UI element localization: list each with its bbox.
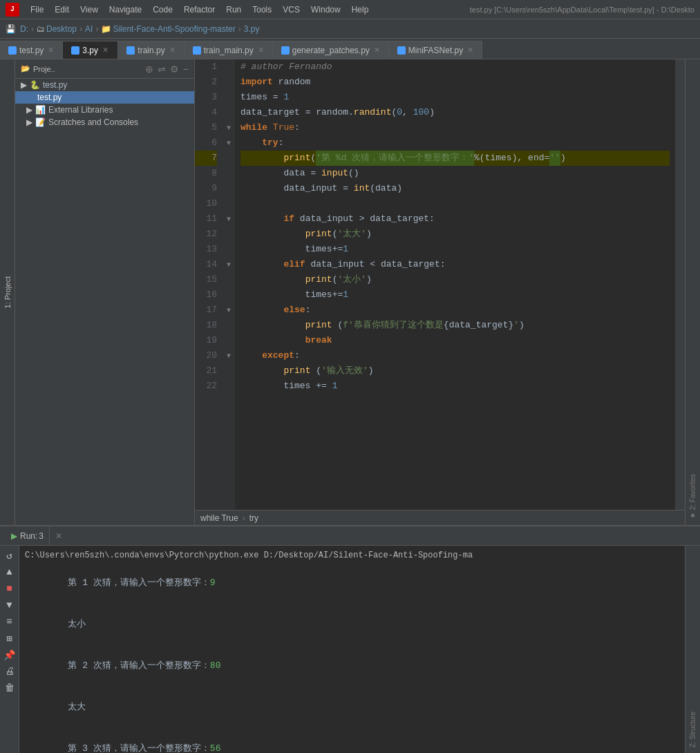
close-tab-minifas[interactable]: ✕ bbox=[467, 46, 473, 55]
menu-vcs[interactable]: VCS bbox=[277, 3, 305, 16]
sidebar-external-libs[interactable]: ▶ 📊 External Libraries bbox=[15, 104, 194, 116]
print-button[interactable]: 🖨 bbox=[3, 665, 17, 678]
menu-edit[interactable]: Edit bbox=[49, 3, 75, 16]
code-line-19: break bbox=[240, 333, 670, 348]
stop-button[interactable]: ■ bbox=[3, 582, 17, 595]
sidebar-test-py: test.py bbox=[43, 80, 67, 90]
lib-arrow-icon: ▶ bbox=[26, 105, 32, 115]
tab-test-py[interactable]: test.py ✕ bbox=[0, 41, 63, 59]
fold-markers: ▼ ▼ ▼ ▼ ▼ ▼ bbox=[223, 59, 235, 510]
sidebar-file-label: test.py bbox=[37, 93, 62, 102]
sidebar-expand-arrow[interactable]: ▶ 🐍 test.py bbox=[15, 79, 194, 91]
breadcrumb-bar: 💾 D: › 🗂 Desktop › AI › 📁 Silent-Face-An… bbox=[0, 19, 700, 39]
fold-else[interactable]: ▼ bbox=[227, 307, 231, 314]
tab-label-train: train.py bbox=[138, 46, 164, 55]
run-number: 3 bbox=[39, 531, 44, 541]
layout-icon[interactable]: ⇌ bbox=[158, 64, 166, 75]
fold-if[interactable]: ▼ bbox=[227, 216, 231, 223]
sidebar: 📂 Proje.. ⊕ ⇌ ⚙ − ▶ 🐍 test.py test.py ▶ … bbox=[15, 59, 195, 525]
breadcrumb-ai[interactable]: AI bbox=[85, 24, 93, 34]
close-tab-train-main[interactable]: ✕ bbox=[258, 46, 264, 55]
external-libs-label: External Libraries bbox=[48, 105, 113, 115]
breadcrumb-d[interactable]: D: bbox=[20, 24, 28, 34]
code-line-20: except: bbox=[240, 348, 670, 363]
close-tab-train[interactable]: ✕ bbox=[169, 46, 176, 55]
pin-button[interactable]: 📌 bbox=[3, 648, 17, 662]
add-icon[interactable]: ⊕ bbox=[145, 64, 153, 75]
code-line-6: try: bbox=[240, 135, 670, 151]
close-tab-test[interactable]: ✕ bbox=[48, 46, 54, 55]
menu-run[interactable]: Run bbox=[220, 3, 247, 16]
tab-label-3py: 3.py bbox=[82, 46, 98, 55]
close-tab-generate[interactable]: ✕ bbox=[374, 46, 380, 55]
fold-elif[interactable]: ▼ bbox=[227, 261, 231, 269]
code-line-13: times+=1 bbox=[240, 242, 670, 257]
bc-try: try bbox=[249, 513, 258, 523]
editor-content[interactable]: 1 2 3 4 5 6 7 8 9 10 11 12 13 14 15 16 1… bbox=[195, 59, 685, 510]
code-line-11: if data_input > data_target: bbox=[240, 211, 670, 227]
clear-button[interactable]: 🗑 bbox=[3, 681, 17, 695]
lib-icon: 📊 bbox=[35, 105, 46, 115]
settings-icon[interactable]: ⚙ bbox=[170, 64, 179, 75]
rerun-button[interactable]: ↺ bbox=[3, 549, 17, 562]
menu-file[interactable]: File bbox=[25, 3, 49, 16]
run-command: C:\Users\ren5szh\.conda\envs\Pytorch\pyt… bbox=[25, 549, 679, 562]
run-line-5: 第 3 次猜，请输入一个整形数字：56 bbox=[25, 728, 679, 753]
run-line-1: 第 1 次猜，请输入一个整形数字：9 bbox=[25, 562, 679, 604]
code-content[interactable]: # author Fernando import random times = … bbox=[235, 59, 675, 510]
menu-tools[interactable]: Tools bbox=[247, 3, 277, 16]
folder-open-icon: 📂 bbox=[21, 64, 30, 73]
code-line-5: while True: bbox=[240, 120, 670, 135]
tab-label-generate: generate_patches.py bbox=[292, 46, 370, 55]
code-line-9: data_input = int(data) bbox=[240, 181, 670, 196]
menu-refactor[interactable]: Refactor bbox=[178, 3, 220, 16]
breadcrumb-spoofing[interactable]: Silent-Face-Anti-Spoofing-master bbox=[113, 24, 235, 34]
close-tab-3py[interactable]: ✕ bbox=[102, 46, 108, 55]
tab-icon-train-main bbox=[193, 46, 201, 55]
editor-status-bar: while True › try bbox=[195, 510, 685, 525]
project-label: 1: Project bbox=[3, 276, 12, 308]
tab-train-py[interactable]: train.py ✕ bbox=[118, 41, 184, 59]
scroll-down-button[interactable]: ▼ bbox=[3, 598, 17, 612]
fold-try[interactable]: ▼ bbox=[227, 140, 231, 147]
tab-train-main[interactable]: train_main.py ✕ bbox=[185, 41, 273, 59]
scroll-up-button[interactable]: ▲ bbox=[3, 565, 17, 579]
code-line-2: import random bbox=[240, 75, 670, 90]
menu-window[interactable]: Window bbox=[305, 3, 346, 16]
code-line-22: times += 1 bbox=[240, 379, 670, 394]
tab-icon-generate bbox=[281, 46, 290, 55]
tab-3py[interactable]: 3.py ✕ bbox=[63, 41, 118, 59]
code-line-3: times = 1 bbox=[240, 90, 670, 105]
editor-scrollbar[interactable] bbox=[675, 59, 685, 510]
bc-while: while True bbox=[200, 513, 238, 523]
tab-generate[interactable]: generate_patches.py ✕ bbox=[273, 41, 389, 59]
breadcrumb-file[interactable]: 3.py bbox=[244, 24, 260, 34]
run-tab[interactable]: ▶ Run: 3 bbox=[6, 526, 50, 545]
code-line-4: data_target = random.randint(0, 100) bbox=[240, 105, 670, 120]
sidebar-header: 📂 Proje.. ⊕ ⇌ ⚙ − bbox=[15, 59, 194, 79]
minimize-icon[interactable]: − bbox=[183, 64, 189, 75]
python-file-icon: 🐍 bbox=[30, 80, 40, 90]
menu-help[interactable]: Help bbox=[346, 3, 375, 16]
breadcrumb-desktop[interactable]: Desktop bbox=[46, 24, 77, 34]
menu-code[interactable]: Code bbox=[147, 3, 178, 16]
filter-button[interactable]: ⊞ bbox=[3, 631, 17, 645]
wrap-button[interactable]: ≡ bbox=[3, 615, 17, 629]
sidebar-active-file[interactable]: test.py bbox=[15, 91, 194, 104]
run-tab-label: Run: bbox=[20, 531, 37, 541]
tab-minifas[interactable]: MiniFASNet.py ✕ bbox=[389, 41, 482, 59]
structure-strip: Z: Structure bbox=[685, 546, 700, 753]
tabs-bar: test.py ✕ 3.py ✕ train.py ✕ train_main.p… bbox=[0, 39, 700, 59]
close-run-tab[interactable]: ✕ bbox=[55, 531, 62, 541]
code-line-14: elif data_input < data_target: bbox=[240, 257, 670, 272]
menu-navigate[interactable]: Navigate bbox=[104, 3, 147, 16]
tab-label-test: test.py bbox=[19, 46, 44, 55]
run-toolbar: ↺ ▲ ■ ▼ ≡ ⊞ 📌 🖨 🗑 bbox=[0, 546, 19, 753]
fold-while[interactable]: ▼ bbox=[227, 124, 231, 132]
folder-icon: 📁 bbox=[101, 24, 111, 34]
fold-except[interactable]: ▼ bbox=[227, 352, 231, 360]
project-title: Proje.. bbox=[33, 65, 55, 73]
menu-view[interactable]: View bbox=[75, 3, 104, 16]
code-line-21: print ('输入无效') bbox=[240, 363, 670, 379]
sidebar-scratches[interactable]: ▶ 📝 Scratches and Consoles bbox=[15, 116, 194, 128]
